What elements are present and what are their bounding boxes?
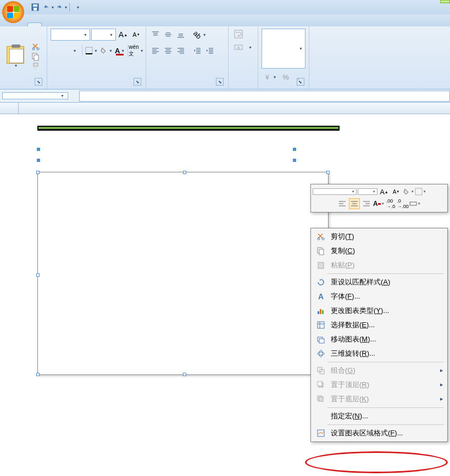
alignment-launcher-icon[interactable]: ⬊: [216, 78, 224, 86]
mini-italic[interactable]: [325, 198, 336, 209]
ctx-select-data[interactable]: 选择数据(E)...: [312, 318, 446, 332]
chart-tools-contextual-tab: [440, 0, 450, 3]
chart-handle[interactable]: [36, 373, 40, 376]
svg-rect-63: [318, 322, 324, 328]
font-color-button[interactable]: A▼: [114, 44, 126, 57]
underline-button[interactable]: ▼: [69, 44, 80, 57]
data-table: [37, 126, 340, 131]
mini-shrink-font[interactable]: A▼: [391, 186, 402, 197]
tab-layout[interactable]: [437, 23, 450, 26]
orientation-button[interactable]: ab▼: [191, 29, 209, 41]
selection-handle[interactable]: [36, 147, 41, 152]
ctx-cut[interactable]: 剪切(T): [312, 229, 446, 244]
ctx-font[interactable]: A字体(F)...: [312, 289, 446, 304]
name-box[interactable]: ▼: [2, 92, 68, 99]
cut-button[interactable]: [30, 42, 43, 51]
copy-button[interactable]: [30, 52, 43, 61]
wrap-text-button[interactable]: [232, 29, 254, 40]
accounting-button[interactable]: ¥▼: [262, 71, 279, 83]
mini-fill-color[interactable]: ▾: [403, 186, 414, 197]
mini-size-combo[interactable]: ▾: [358, 188, 377, 195]
mini-increase-decimal[interactable]: .0→.00: [397, 198, 408, 209]
ctx-font-label: 字体(F)...: [331, 292, 360, 301]
chart-handle[interactable]: [183, 171, 186, 174]
chart-handle[interactable]: [36, 273, 40, 277]
undo-icon[interactable]: ▼: [43, 2, 54, 13]
svg-rect-67: [319, 339, 324, 343]
mini-align-left[interactable]: [337, 198, 348, 209]
italic-button[interactable]: [59, 44, 67, 57]
group-font: ▼ ▼ A▲ A▼ ▼ ▼ ▼ A▼ wén文▼ ⬊: [47, 26, 146, 89]
format-painter-button[interactable]: [30, 62, 43, 71]
number-format-combo[interactable]: ▼: [262, 29, 305, 69]
selection-handle[interactable]: [292, 158, 297, 163]
ctx-copy[interactable]: 复制(C): [312, 244, 446, 258]
align-top-button[interactable]: [149, 29, 162, 41]
chart-handle[interactable]: [326, 171, 330, 174]
number-launcher-icon[interactable]: ⬊: [297, 78, 304, 86]
fill-color-button[interactable]: ▼: [99, 44, 113, 57]
bucket-icon: [100, 47, 108, 54]
group-alignment: ab▼ ⬊: [146, 26, 229, 89]
mini-align-right[interactable]: [361, 198, 372, 209]
group-clipboard: ▼ ⬊: [0, 26, 47, 89]
ctx-move-chart[interactable]: 移动图表(M)...: [312, 332, 446, 346]
align-left-button[interactable]: [149, 44, 162, 57]
chart-handle[interactable]: [183, 373, 186, 376]
align-middle-button[interactable]: [162, 29, 174, 41]
format-icon: [315, 429, 326, 438]
chart-title[interactable]: [38, 172, 328, 186]
bold-button[interactable]: [51, 44, 58, 57]
chart-handle[interactable]: [36, 171, 40, 174]
mini-decrease-decimal[interactable]: .00→.0: [385, 198, 396, 209]
align-bottom-button[interactable]: [175, 29, 187, 41]
percent-button[interactable]: %: [280, 71, 292, 83]
bring-front-icon: [315, 380, 326, 389]
scissors-icon: [315, 232, 326, 241]
selection-handle[interactable]: [292, 147, 297, 152]
ctx-reset-style[interactable]: 重设以匹配样式(A): [312, 275, 446, 289]
svg-rect-76: [318, 430, 324, 436]
phonetic-button[interactable]: wén文▼: [130, 44, 142, 57]
paste-button[interactable]: ▼: [3, 45, 27, 69]
context-menu: 剪切(T) 复制(C) 粘贴(P) 重设以匹配样式(A) A字体(F)... 更…: [310, 228, 448, 442]
shrink-font-button[interactable]: A▼: [130, 29, 142, 41]
merge-center-button[interactable]: a▼: [232, 42, 254, 53]
align-right-button[interactable]: [175, 44, 187, 57]
ctx-change-chart-type[interactable]: 更改图表类型(Y)...: [312, 304, 446, 318]
ctx-format-chart-area[interactable]: 设置图表区域格式(F)...: [312, 426, 446, 440]
ctx-move-chart-label: 移动图表(M)...: [331, 334, 376, 344]
mini-bold[interactable]: [313, 198, 324, 209]
svg-point-69: [319, 350, 323, 357]
redo-icon[interactable]: ▼: [56, 2, 67, 13]
mini-merge[interactable]: ▾: [409, 198, 420, 209]
select-all-corner[interactable]: [0, 103, 19, 114]
qat-customize-icon[interactable]: ▼: [72, 2, 83, 13]
grow-font-button[interactable]: A▲: [117, 29, 129, 41]
mini-border[interactable]: ▾: [415, 186, 426, 197]
mini-font-color[interactable]: A▾: [373, 198, 384, 209]
ctx-3d-rotation[interactable]: 三维旋转(R)...: [312, 346, 446, 361]
ctx-assign-macro[interactable]: 指定宏(N)...: [312, 409, 446, 423]
increase-indent-button[interactable]: [204, 44, 216, 57]
border-button[interactable]: ▼: [85, 44, 98, 57]
tab-design[interactable]: [424, 23, 437, 26]
decrease-indent-button[interactable]: [191, 44, 203, 57]
save-icon[interactable]: [30, 2, 41, 13]
mini-align-center[interactable]: [349, 198, 360, 209]
font-launcher-icon[interactable]: ⬊: [134, 78, 141, 86]
chart-plot-area[interactable]: [51, 186, 315, 328]
mini-font-combo[interactable]: ▾: [313, 188, 357, 195]
formula-input[interactable]: [79, 91, 450, 102]
clipboard-launcher-icon[interactable]: ⬊: [35, 78, 42, 86]
font-name-combo[interactable]: ▼: [51, 29, 90, 41]
svg-rect-6: [34, 55, 38, 60]
font-size-combo[interactable]: ▼: [91, 29, 116, 41]
office-button[interactable]: [2, 1, 24, 23]
align-center-button[interactable]: [162, 44, 174, 57]
embedded-chart[interactable]: [37, 172, 329, 375]
mini-grow-font[interactable]: A▲: [379, 186, 390, 197]
selection-handle[interactable]: [36, 158, 41, 163]
group-icon: [315, 366, 326, 375]
tab-home[interactable]: [27, 23, 42, 26]
